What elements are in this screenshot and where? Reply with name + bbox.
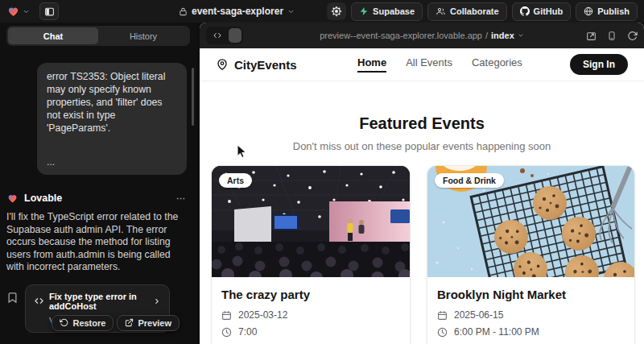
event-card-body: Brooklyn Night Market 2025-06-15 [427, 277, 634, 344]
panel-left-icon [44, 6, 55, 17]
user-message-text: error TS2353: Object literal may only sp… [47, 70, 177, 135]
event-date-row: 2025-03-12 [221, 309, 400, 321]
calendar-icon [437, 310, 448, 321]
event-date-row: 2025-06-15 [437, 309, 625, 321]
preview-icon [125, 318, 134, 327]
mobile-view-icon[interactable] [607, 31, 617, 41]
event-cards: Arts The crazy party 2025-03-12 [211, 165, 635, 344]
preview-label: Preview [138, 318, 171, 328]
preview-pane: preview--event-saga-explorer.lovable.app… [200, 23, 644, 344]
code-change-title: Fix type type error in addCoHost [49, 292, 148, 311]
event-card-crazy-party[interactable]: Arts The crazy party 2025-03-12 [211, 165, 411, 344]
refresh-icon[interactable] [627, 31, 638, 41]
chevron-right-icon [153, 297, 161, 305]
event-time: 7:00 [238, 326, 257, 338]
nav-all-events[interactable]: All Events [406, 56, 452, 73]
code-segment[interactable] [208, 28, 227, 43]
site-brand[interactable]: CityEvents [216, 58, 297, 72]
github-button[interactable]: GitHub [512, 2, 572, 21]
preview-toolbar: preview--event-saga-explorer.lovable.app… [200, 23, 644, 48]
location-pin-icon [216, 58, 229, 71]
restore-button[interactable]: Restore [52, 315, 114, 331]
featured-section-header: Featured Events Don't miss out on these … [200, 114, 644, 152]
chat-history-tabs: Chat History [6, 26, 190, 46]
event-time-row: 7:00 [221, 326, 400, 338]
gear-icon [331, 6, 342, 17]
event-date: 2025-06-15 [454, 309, 503, 321]
event-date: 2025-03-12 [238, 309, 287, 321]
chevron-down-icon [287, 8, 295, 15]
clock-icon [437, 327, 448, 338]
code-icon [34, 296, 44, 305]
featured-subtitle: Don't miss out on these popular events h… [200, 140, 644, 152]
collaborate-button[interactable]: Collaborate [427, 2, 507, 21]
lock-icon [179, 7, 188, 16]
event-time-row: 6:00 PM - 11:00 PM [437, 326, 625, 338]
project-name: event-saga-explorer [192, 6, 283, 17]
bookmark-icon[interactable] [6, 292, 19, 304]
url-host: preview--event-saga-explorer.lovable.app [320, 31, 482, 40]
code-icon [213, 31, 222, 39]
brand-name: CityEvents [234, 58, 297, 72]
site-nav: Home All Events Categories [357, 56, 522, 73]
category-badge: Food & Drink [435, 173, 504, 188]
assistant-header: Lovable [6, 193, 187, 204]
restore-label: Restore [72, 318, 105, 328]
sidebar-toggle-button[interactable] [39, 2, 59, 20]
event-image-cookies: Food & Drink [427, 166, 634, 277]
topbar-actions: Supabase Collaborate GitHub [327, 2, 638, 21]
preview-segment[interactable] [229, 28, 242, 43]
event-image-conference: Arts [212, 166, 410, 277]
tab-history[interactable]: History [98, 27, 188, 44]
settings-button[interactable] [327, 2, 346, 20]
lovable-logo-menu[interactable] [6, 5, 30, 18]
clock-icon [221, 327, 232, 338]
supabase-icon [359, 6, 369, 16]
chevron-down-icon [23, 8, 30, 15]
event-time: 6:00 PM - 11:00 PM [454, 326, 539, 338]
category-badge: Arts [219, 173, 252, 188]
collaborate-label: Collaborate [450, 6, 499, 16]
message-truncation-ellipsis: ... [47, 155, 177, 168]
project-selector[interactable]: event-saga-explorer [179, 0, 295, 23]
site-header: CityEvents Home All Events Categories Si… [200, 48, 644, 81]
preview-toolbar-actions [586, 31, 638, 41]
nav-home[interactable]: Home [357, 56, 386, 73]
supabase-button[interactable]: Supabase [351, 2, 423, 21]
github-label: GitHub [534, 6, 564, 16]
supabase-label: Supabase [373, 6, 415, 16]
user-message-bubble: error TS2353: Object literal may only sp… [37, 63, 187, 175]
more-options-icon[interactable] [175, 193, 187, 204]
event-card-brooklyn-night-market[interactable]: Food & Drink Brooklyn Night Market 2025-… [427, 165, 635, 344]
event-title: Brooklyn Night Market [437, 288, 625, 301]
url-page: index [491, 31, 514, 40]
assistant-name: Lovable [24, 193, 62, 204]
chevron-down-icon [518, 32, 524, 39]
sign-in-button[interactable]: Sign In [570, 54, 628, 75]
preview-button[interactable]: Preview [117, 315, 180, 331]
publish-button[interactable]: Publish [576, 2, 638, 21]
message-actions: Restore Preview [52, 315, 180, 331]
featured-title: Featured Events [200, 114, 644, 133]
people-icon [436, 6, 446, 16]
event-card-body: The crazy party 2025-03-12 [212, 277, 410, 344]
assistant-paragraph-1: I'll fix the TypeScript error related to… [6, 211, 187, 274]
publish-label: Publish [597, 6, 630, 16]
site-content: CityEvents Home All Events Categories Si… [200, 48, 644, 344]
code-view-toggle[interactable] [206, 27, 243, 44]
code-change-row: Fix type type error in addCoHost View co… [6, 284, 187, 333]
globe-icon [584, 6, 593, 16]
chat-panel: Chat History error TS2353: Object litera… [0, 23, 196, 344]
restore-icon [60, 318, 68, 327]
app-window: event-saga-explorer [0, 0, 644, 344]
open-in-new-window-icon[interactable] [586, 31, 597, 41]
preview-url[interactable]: preview--event-saga-explorer.lovable.app… [200, 23, 644, 48]
nav-categories[interactable]: Categories [472, 56, 522, 73]
lovable-heart-icon [6, 5, 20, 18]
calendar-icon [221, 310, 232, 321]
tab-chat[interactable]: Chat [8, 27, 98, 44]
url-separator: / [485, 31, 488, 40]
chat-scrollbar[interactable] [192, 68, 194, 126]
event-title: The crazy party [221, 288, 400, 301]
top-bar: event-saga-explorer [0, 0, 644, 23]
